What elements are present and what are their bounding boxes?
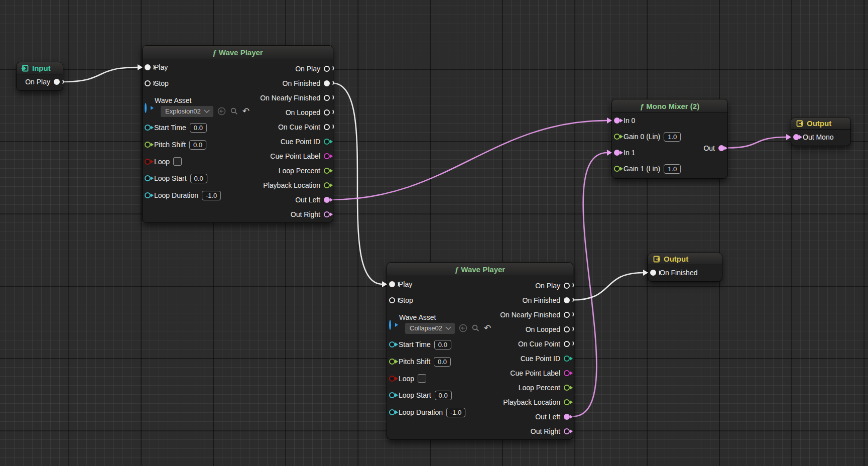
pin-out_right[interactable]	[564, 428, 570, 434]
pin-label: Out Right	[291, 210, 320, 218]
pin-on_looped[interactable]	[324, 109, 330, 115]
pin-row-on_finished: On Finished	[143, 76, 333, 90]
node-header[interactable]: ƒ Wave Player	[387, 263, 573, 276]
wire-end-arrow-icon	[607, 150, 612, 156]
pin-on_cue_point[interactable]	[324, 124, 330, 130]
node-header[interactable]: ƒ Wave Player	[143, 46, 333, 59]
pin-label: Loop Percent	[519, 384, 560, 392]
output-icon	[653, 255, 661, 263]
node-input[interactable]: InputOn Play	[16, 62, 63, 91]
pin-on_finished[interactable]	[650, 270, 656, 276]
outputs-column: On PlayOn FinishedOn Nearly FinishedOn L…	[387, 278, 573, 438]
node-header[interactable]: Output	[648, 253, 722, 265]
graph-canvas[interactable]: InputOn Playƒ Wave PlayerPlayStopWave As…	[0, 0, 868, 466]
pin-label: On Looped	[286, 108, 320, 117]
output-icon	[796, 120, 804, 128]
wire-wave_player_2-out_left--mono_mixer-in_1[interactable]	[572, 153, 607, 417]
pin-label: On Cue Point	[518, 340, 560, 348]
pin-row-cue_point_label: Cue Point Label	[387, 366, 573, 380]
pin-out_left[interactable]	[564, 414, 570, 420]
wire-wave_player_2-on_finished--output_on_finished-on_finished[interactable]	[572, 273, 644, 300]
pin-on_play[interactable]	[324, 66, 330, 72]
pin-row-out_left: Out Left	[143, 192, 333, 207]
pin-loop_percent[interactable]	[564, 385, 570, 391]
pin-cue_point_id[interactable]	[564, 356, 570, 362]
pin-out[interactable]	[718, 145, 724, 151]
pin-row-out_mono: Out Mono	[791, 130, 850, 145]
node-header[interactable]: ƒ Mono Mixer (2)	[612, 99, 727, 113]
pin-cue_point_id[interactable]	[324, 139, 330, 145]
node-mono_mixer[interactable]: ƒ Mono Mixer (2)In 0Gain 0 (Lin)1.0In 1G…	[611, 99, 728, 179]
wire-mono_mixer-out--output_mono-out_mono[interactable]	[727, 137, 787, 148]
input-icon	[21, 64, 29, 72]
node-header[interactable]: Input	[17, 62, 63, 74]
wire-end-arrow-icon	[382, 281, 387, 287]
pin-on_finished[interactable]	[324, 80, 330, 86]
wire-end-arrow-icon	[786, 134, 791, 140]
pin-label: Out Mono	[803, 133, 833, 141]
outputs-column: Out	[612, 115, 727, 155]
pin-row-out_right: Out Right	[143, 207, 333, 221]
node-title: Output	[664, 255, 688, 263]
pin-row-playback_location: Playback Location	[387, 395, 573, 409]
pin-row-on_play: On Play	[17, 74, 63, 89]
pin-gain_1[interactable]	[614, 166, 620, 172]
pin-label: On Nearly Finished	[260, 94, 320, 102]
pin-label: Out	[703, 144, 715, 152]
outputs-column: On PlayOn FinishedOn Nearly FinishedOn L…	[143, 61, 333, 221]
pin-playback_location[interactable]	[564, 399, 570, 405]
pin-row-out_right: Out Right	[387, 424, 573, 438]
pin-loop_percent[interactable]	[324, 168, 330, 174]
pin-row-loop_percent: Loop Percent	[143, 163, 333, 178]
pin-row-on_looped: On Looped	[143, 105, 333, 120]
pin-label: Cue Point ID	[281, 138, 320, 146]
pin-on_nearly_finished[interactable]	[324, 95, 330, 101]
pin-label: Out Left	[295, 196, 320, 204]
pin-on_play[interactable]	[54, 79, 60, 85]
pin-label: Cue Point ID	[521, 355, 560, 363]
pin-row-on_looped: On Looped	[387, 322, 573, 336]
pin-on_play[interactable]	[564, 283, 570, 289]
pin-label: On Play	[535, 282, 560, 290]
pin-row-gain_1: Gain 1 (Lin)1.0	[612, 160, 727, 177]
pin-on_finished[interactable]	[564, 297, 570, 303]
wire-wave_player_1-out_left--mono_mixer-in_0[interactable]	[332, 121, 607, 200]
value-input-gain_1[interactable]: 1.0	[664, 164, 681, 174]
pin-cue_point_label[interactable]	[324, 153, 330, 159]
pin-out_right[interactable]	[324, 211, 330, 217]
pin-cue_point_label[interactable]	[564, 370, 570, 376]
node-wave_player_2[interactable]: ƒ Wave PlayerPlayStopWave AssetCollapse0…	[387, 262, 573, 440]
pin-out_left[interactable]	[324, 197, 330, 203]
pin-label: On Finished	[283, 79, 320, 87]
pin-label: On Play	[25, 78, 50, 86]
pin-out_mono[interactable]	[793, 134, 799, 140]
pin-label: Cue Point Label	[510, 369, 560, 377]
pin-row-cue_point_label: Cue Point Label	[143, 149, 333, 163]
pin-row-on_finished: On Finished	[648, 265, 722, 280]
pin-row-on_cue_point: On Cue Point	[143, 120, 333, 134]
pin-row-on_play: On Play	[387, 278, 573, 293]
pin-playback_location[interactable]	[324, 182, 330, 188]
pin-label: On Finished	[523, 296, 560, 304]
wire-wave_player_1-on_finished--wave_player_2-play[interactable]	[332, 83, 383, 285]
pin-row-cue_point_id: Cue Point ID	[387, 351, 573, 366]
node-wave_player_1[interactable]: ƒ Wave PlayerPlayStopWave AssetExplosion…	[142, 45, 333, 223]
pin-row-on_finished: On Finished	[387, 293, 573, 307]
node-title: ƒ Wave Player	[455, 265, 505, 274]
pin-on_nearly_finished[interactable]	[564, 312, 570, 318]
pin-label: Playback Location	[263, 181, 320, 189]
wire-input-on_play--wave_player_1-play[interactable]	[62, 67, 138, 82]
pin-row-out_left: Out Left	[387, 409, 573, 424]
wire-end-arrow-icon	[607, 118, 612, 124]
pin-label: Cue Point Label	[270, 152, 320, 160]
pin-on_cue_point[interactable]	[564, 341, 570, 347]
node-title: ƒ Wave Player	[212, 48, 263, 57]
node-output_mono[interactable]: OutputOut Mono	[791, 117, 851, 146]
pin-row-out: Out	[612, 141, 727, 155]
pin-label: Playback Location	[503, 398, 560, 406]
pin-label: On Cue Point	[278, 123, 320, 131]
node-title: Input	[32, 64, 51, 72]
pin-on_looped[interactable]	[564, 326, 570, 332]
node-output_on_finished[interactable]: OutputOn Finished	[648, 253, 722, 282]
node-header[interactable]: Output	[791, 118, 850, 130]
